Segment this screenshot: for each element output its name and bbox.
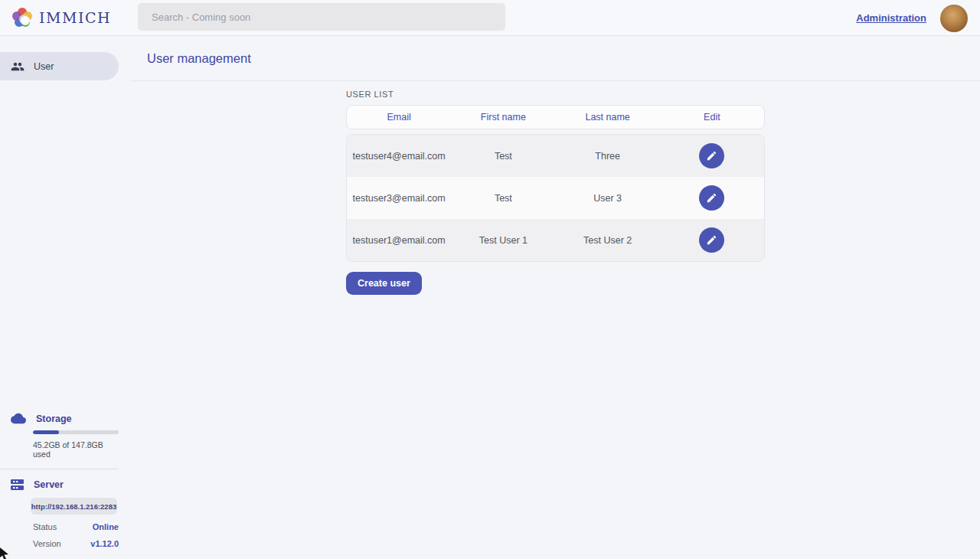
- section-title: USER LIST: [346, 90, 765, 99]
- cell-last-name: User 3: [556, 193, 660, 204]
- cell-first-name: Test User 1: [451, 235, 555, 246]
- sidebar-divider: [0, 469, 119, 469]
- cell-edit: [660, 143, 764, 168]
- cell-last-name: Three: [556, 151, 660, 162]
- table-row: testuser4@email.comTestThree: [347, 135, 764, 177]
- pencil-icon: [706, 234, 717, 246]
- page-title: User management: [147, 51, 251, 66]
- edit-user-button[interactable]: [699, 185, 724, 211]
- administration-link[interactable]: Administration: [856, 12, 926, 24]
- version-value: v1.12.0: [90, 539, 119, 548]
- storage-progress-bar: [33, 430, 119, 434]
- app-title: IMMICH: [39, 9, 111, 26]
- cloud-icon: [11, 413, 26, 424]
- column-header-first-name: First name: [451, 112, 555, 123]
- mouse-cursor: [0, 548, 9, 559]
- sidebar-item-user[interactable]: User: [0, 52, 119, 80]
- cell-email: testuser1@email.com: [347, 235, 451, 246]
- cell-first-name: Test: [451, 193, 555, 204]
- edit-user-button[interactable]: [699, 227, 724, 253]
- user-table-body: testuser4@email.comTestThreetestuser3@em…: [346, 134, 765, 262]
- cell-edit: [660, 227, 764, 253]
- storage-title: Storage: [36, 414, 72, 424]
- pencil-icon: [706, 150, 717, 162]
- page-title-bar: User management: [131, 36, 980, 81]
- server-status-row: Status Online: [33, 522, 119, 531]
- server-icon: [11, 479, 24, 491]
- status-value: Online: [93, 522, 119, 531]
- column-header-last-name: Last name: [556, 112, 660, 123]
- cell-edit: [660, 185, 764, 211]
- table-row: testuser1@email.comTest User 1Test User …: [347, 219, 764, 261]
- server-url: http://192.168.1.216:2283: [31, 502, 116, 511]
- column-header-email: Email: [347, 112, 451, 123]
- top-bar: IMMICH Administration: [0, 0, 980, 36]
- storage-progress-fill: [33, 430, 59, 434]
- edit-user-button[interactable]: [699, 143, 724, 168]
- server-version-row: Version v1.12.0: [33, 539, 119, 548]
- cell-last-name: Test User 2: [556, 235, 660, 246]
- sidebar-item-label: User: [34, 61, 54, 72]
- user-avatar[interactable]: [940, 5, 968, 32]
- pencil-icon: [706, 192, 717, 204]
- main-content: User management USER LIST EmailFirst nam…: [119, 36, 980, 559]
- create-user-button[interactable]: Create user: [346, 272, 422, 295]
- server-url-badge: http://192.168.1.216:2283: [31, 498, 117, 515]
- cell-first-name: Test: [451, 151, 555, 162]
- user-table-header: EmailFirst nameLast nameEdit: [346, 105, 765, 129]
- people-icon: [11, 60, 24, 74]
- version-label: Version: [33, 539, 61, 548]
- sidebar: User Storage 45.2GB of 147.8GB used: [0, 36, 119, 559]
- storage-usage-text: 45.2GB of 147.8GB used: [33, 440, 119, 459]
- column-header-edit: Edit: [660, 112, 764, 123]
- app-logo[interactable]: IMMICH: [12, 8, 111, 28]
- search-input[interactable]: [138, 3, 505, 31]
- status-label: Status: [33, 522, 57, 531]
- server-title: Server: [34, 479, 64, 490]
- table-row: testuser3@email.comTestUser 3: [347, 177, 764, 219]
- cell-email: testuser4@email.com: [347, 151, 451, 162]
- cell-email: testuser3@email.com: [347, 193, 451, 204]
- immich-flower-icon: [12, 8, 32, 28]
